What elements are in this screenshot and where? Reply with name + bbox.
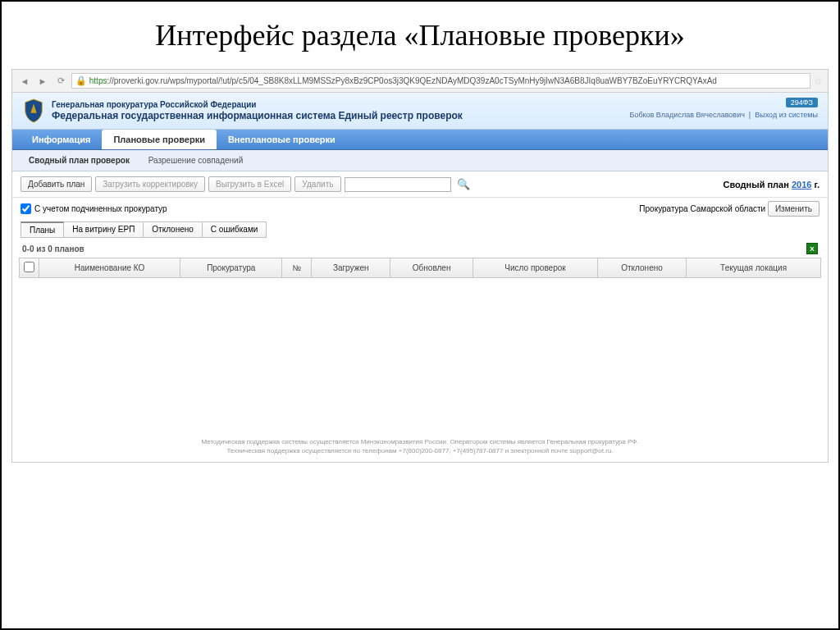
tab-info[interactable]: Информация (21, 130, 102, 149)
filter-errors[interactable]: С ошибками (203, 221, 267, 238)
header-left: Генеральная прокуратура Российской Федер… (22, 98, 463, 124)
bookmark-star-icon[interactable]: ☆ (814, 75, 823, 87)
export-excel-button[interactable]: Выгрузить в Excel (208, 176, 291, 192)
filter-showcase[interactable]: На витрину ЕРП (64, 221, 144, 238)
footer-line1: Методическая поддержка системы осуществл… (45, 437, 795, 446)
filter-tabs: Планы На витрину ЕРП Отклонено С ошибкам… (12, 220, 828, 240)
user-name: Бобков Владислав Вячеславович (629, 111, 744, 119)
org-name: Генеральная прокуратура Российской Федер… (52, 99, 463, 110)
logout-link[interactable]: Выход из системы (755, 111, 818, 119)
load-correction-button[interactable]: Загрузить корректировку (95, 176, 205, 192)
browser-window: ◄ ► ⟳ 🔒 https://proverki.gov.ru/wps/mypo… (11, 69, 829, 463)
include-subordinates-check[interactable]: С учетом подчиненных прокуратур (21, 203, 167, 214)
law-badge: 294ФЗ (786, 98, 818, 107)
tab-planned[interactable]: Плановые проверки (102, 130, 217, 149)
col-name: Наименование КО (39, 258, 180, 278)
search-input[interactable] (345, 177, 451, 192)
subtab-resolve[interactable]: Разрешение совпадений (140, 153, 252, 167)
include-subordinates-checkbox[interactable] (21, 203, 31, 214)
col-rejected: Отклонено (597, 258, 686, 278)
url-text: ://proverki.gov.ru/wps/myportal/!ut/p/c5… (107, 76, 716, 85)
col-location: Текущая локация (687, 258, 821, 278)
table-body-empty (19, 278, 821, 426)
header-right: 294ФЗ Бобков Владислав Вячеславович | Вы… (629, 98, 818, 124)
filter-plans[interactable]: Планы (21, 221, 64, 238)
plans-table: Наименование КО Прокуратура № Загружен О… (19, 258, 821, 278)
toolbar: Добавить план Загрузить корректировку Вы… (12, 171, 828, 198)
count-label: 0-0 из 0 планов (22, 244, 84, 253)
change-region-button[interactable]: Изменить (768, 201, 819, 217)
delete-button[interactable]: Удалить (294, 176, 340, 192)
col-checkbox (20, 258, 39, 278)
footer: Методическая поддержка системы осуществл… (12, 426, 828, 462)
count-row: 0-0 из 0 планов X (12, 240, 828, 258)
address-bar: ◄ ► ⟳ 🔒 https://proverki.gov.ru/wps/mypo… (12, 70, 828, 93)
col-prosecutor: Прокуратура (180, 258, 282, 278)
col-count: Число проверок (473, 258, 598, 278)
plan-year-label: Сводный план 2016 г. (723, 180, 819, 189)
excel-export-icon[interactable]: X (806, 243, 818, 254)
col-loaded: Загружен (312, 258, 390, 278)
footer-line2: Техническая поддержка осуществляется по … (45, 446, 795, 455)
system-name: Федеральная государственная информационн… (52, 110, 463, 123)
lock-icon: 🔒 (75, 75, 87, 85)
slide-title: Интерфейс раздела «Плановые проверки» (2, 2, 838, 69)
subtab-summary[interactable]: Сводный план проверок (21, 153, 138, 167)
search-icon[interactable]: 🔍 (457, 178, 470, 190)
filter-rejected[interactable]: Отклонено (144, 221, 203, 238)
col-updated: Обновлен (390, 258, 473, 278)
app-header: Генеральная прокуратура Российской Федер… (12, 93, 828, 130)
sub-tabs: Сводный план проверок Разрешение совпаде… (12, 150, 828, 171)
add-plan-button[interactable]: Добавить план (21, 176, 92, 192)
select-all-checkbox[interactable] (24, 262, 34, 272)
emblem-icon (22, 98, 45, 124)
url-secure: https (89, 76, 107, 85)
reload-icon[interactable]: ⟳ (53, 74, 68, 89)
options-row: С учетом подчиненных прокуратур Прокурат… (12, 198, 828, 220)
year-link[interactable]: 2016 (792, 180, 811, 189)
forward-arrow-icon[interactable]: ► (35, 74, 50, 89)
main-tabs: Информация Плановые проверки Внеплановые… (12, 130, 828, 150)
back-arrow-icon[interactable]: ◄ (17, 74, 32, 89)
tab-unplanned[interactable]: Внеплановые проверки (217, 130, 347, 149)
url-field[interactable]: 🔒 https://proverki.gov.ru/wps/myportal/!… (71, 73, 810, 89)
col-num: № (282, 258, 312, 278)
region-label: Прокуратура Самарской области (639, 204, 765, 213)
